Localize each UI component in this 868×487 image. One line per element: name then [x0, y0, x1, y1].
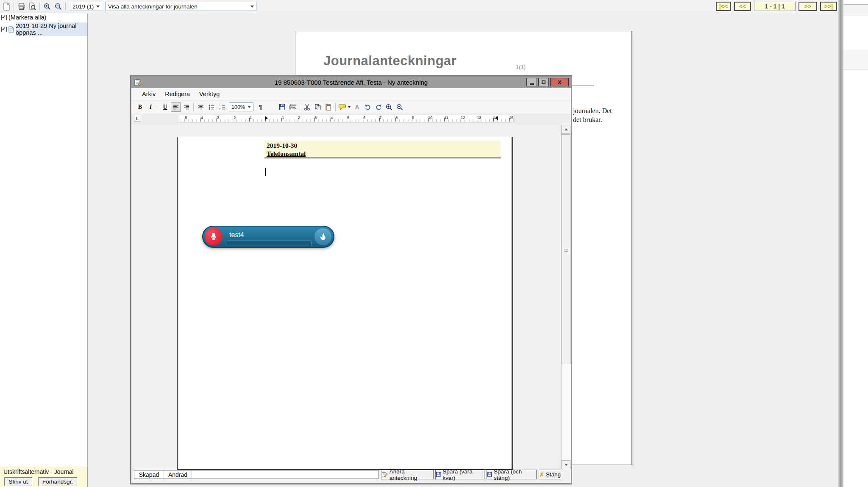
note-header-band: 2019-10-30 Telefonsamtal [264, 141, 501, 158]
bullet-list-icon [208, 104, 215, 111]
top-toolbar: 2019 (1) Visa alla anteckningar för jour… [0, 0, 868, 13]
paste-button[interactable] [323, 102, 333, 112]
menu-arkiv[interactable]: Arkiv [137, 89, 160, 99]
maximize-button[interactable] [538, 78, 549, 86]
zoom-in-note-button[interactable] [384, 102, 394, 112]
ruler-number: 9 [412, 115, 414, 120]
show-formatting-button[interactable]: ¶ [256, 102, 265, 112]
record-button[interactable] [205, 228, 223, 246]
ruler-number: 3 [217, 115, 219, 120]
save-icon [279, 104, 286, 111]
align-center-button[interactable] [196, 102, 206, 112]
editor-scrollbar[interactable] [561, 125, 570, 469]
new-document-button[interactable] [1, 1, 12, 12]
arrow-down-icon [565, 464, 568, 466]
minimize-button[interactable] [526, 78, 537, 86]
close-x-icon: ✗ [539, 471, 544, 478]
chevron-down-icon [250, 6, 254, 8]
journal-entry-checkbox[interactable] [1, 27, 7, 32]
ruler-number: 13 [477, 115, 481, 120]
menu-redigera[interactable]: Redigera [160, 89, 195, 99]
print-note-button[interactable] [288, 102, 298, 112]
menu-verktyg[interactable]: Verktyg [195, 89, 224, 99]
ruler-number: 6 [363, 115, 365, 120]
select-all-label: (Markera alla) [8, 14, 46, 21]
ruler-strip[interactable]: 54321123456789101112131415 [178, 115, 515, 123]
journal-entry-label: 2019-10-29 Ny journal öppnas ... [16, 22, 87, 36]
dragon-dictation-bar[interactable]: test4 [202, 226, 334, 248]
year-dropdown[interactable]: 2019 (1) [70, 2, 102, 11]
print-options-panel: Utskriftsalternativ - Journal Skriv ut F… [0, 466, 88, 487]
journal-list-sidebar: (Markera alla) 2019-10-29 Ny journal öpp… [0, 13, 88, 466]
nav-first-button[interactable]: |<< [716, 2, 731, 11]
filter-dropdown[interactable]: Visa alla anteckningar för journalen [106, 2, 256, 11]
minimize-icon [530, 83, 534, 85]
close-button[interactable]: X [550, 78, 569, 86]
font-color-button[interactable]: A [352, 102, 362, 112]
printer-icon [17, 3, 25, 10]
edit-note-icon [381, 472, 388, 478]
paste-icon [325, 104, 332, 111]
scroll-down-button[interactable] [562, 460, 570, 469]
separator [193, 103, 194, 111]
ruler-number: 10 [428, 115, 433, 120]
copy-button[interactable] [313, 102, 323, 112]
text-cursor [265, 168, 266, 176]
print-button[interactable] [16, 1, 27, 12]
ruler-number: 2 [234, 115, 236, 120]
ruler-row: L 54321123456789101112131415 [131, 113, 571, 125]
bullet-list-button[interactable] [206, 102, 216, 112]
align-right-icon [183, 104, 190, 111]
close-dialog-button[interactable]: ✗ Stäng [539, 470, 561, 479]
ruler-number: 4 [331, 115, 333, 120]
save-close-button[interactable]: Spara (och stäng) [487, 470, 537, 479]
underline-button[interactable]: U [160, 102, 170, 112]
numbered-list-button[interactable]: 12 [217, 102, 227, 112]
zoom-out-note-button[interactable] [395, 102, 404, 112]
italic-button[interactable]: I [146, 102, 156, 112]
print-preview-button[interactable] [27, 1, 38, 12]
nav-last-button[interactable]: >>| [820, 2, 837, 11]
save-button[interactable] [277, 102, 287, 112]
preview-button-bottom[interactable]: Förhandsgr. [38, 477, 77, 486]
separator [335, 103, 336, 111]
nav-previous-button[interactable]: << [734, 2, 751, 11]
indent-marker[interactable] [265, 116, 268, 120]
save-stay-button[interactable]: Spara (vara kvar) [435, 470, 484, 479]
ruler-number: 5 [347, 115, 349, 120]
dragon-menu-button[interactable] [314, 228, 331, 245]
zoom-in-button[interactable] [42, 1, 53, 12]
ruler-number: 5 [185, 115, 187, 120]
cut-button[interactable] [302, 102, 312, 112]
record-navigation: |<< << 1 - 1 | 1 >> >>| [716, 2, 837, 11]
right-margin-marker[interactable] [495, 116, 498, 120]
highlight-button[interactable] [338, 102, 351, 112]
redo-button[interactable] [373, 102, 383, 112]
save-icon [436, 472, 441, 477]
note-type: Telefonsamtal [267, 149, 501, 158]
arrow-up-icon [565, 128, 568, 130]
bold-button[interactable]: B [135, 102, 145, 112]
scroll-up-button[interactable] [562, 125, 570, 134]
align-right-button[interactable] [181, 102, 191, 112]
note-editor-area[interactable]: 2019-10-30 Telefonsamtal test4 [131, 125, 571, 470]
dialog-statusbar: Skapad Ändrad Ändra anteckning Spara (va… [131, 470, 571, 480]
select-all-checkbox[interactable] [1, 15, 7, 20]
chevron-down-icon [96, 6, 100, 8]
note-page[interactable]: 2019-10-30 Telefonsamtal test4 [177, 137, 513, 470]
journal-entry-row[interactable]: 2019-10-29 Ny journal öppnas ... [0, 22, 87, 37]
select-all-row[interactable]: (Markera alla) [0, 13, 87, 22]
journal-text-fragment: journalen. Det [573, 107, 612, 115]
format-toolbar: B I U 12 100% ¶ A [131, 100, 571, 113]
dialog-titlebar[interactable]: 19 850603-T000 Testärende Afi, Testa - N… [131, 77, 571, 88]
align-left-button[interactable] [171, 102, 181, 112]
nav-next-button[interactable]: >> [798, 2, 817, 11]
print-button-bottom[interactable]: Skriv ut [4, 477, 32, 486]
tab-stop-selector[interactable]: L [134, 115, 141, 122]
zoom-out-button[interactable] [53, 1, 64, 12]
scrollbar-thumb[interactable] [562, 134, 570, 364]
zoom-dropdown[interactable]: 100% [229, 102, 253, 111]
edit-note-button[interactable]: Ändra anteckning [381, 470, 434, 479]
undo-button[interactable] [363, 102, 373, 112]
maximize-icon [542, 80, 545, 84]
